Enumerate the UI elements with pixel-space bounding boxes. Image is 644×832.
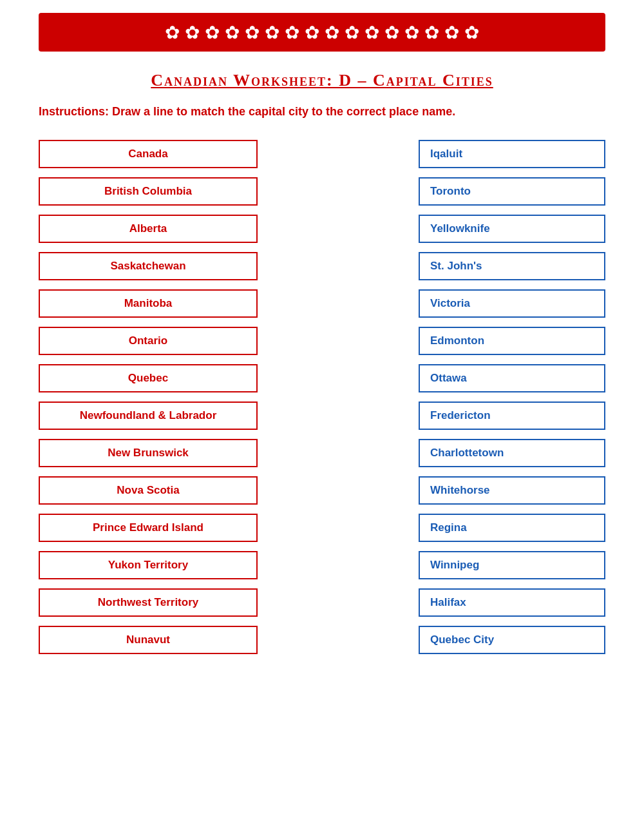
left-column: CanadaBritish ColumbiaAlbertaSaskatchewa… bbox=[39, 140, 258, 654]
maple-leaf-icon: ✿ bbox=[165, 22, 180, 43]
city-box-victoria[interactable]: Victoria bbox=[419, 289, 605, 318]
city-box-st-johns[interactable]: St. John's bbox=[419, 252, 605, 280]
city-box-yellowknife[interactable]: Yellowknife bbox=[419, 215, 605, 243]
city-box-ottawa[interactable]: Ottawa bbox=[419, 364, 605, 392]
place-box-new-brunswick[interactable]: New Brunswick bbox=[39, 439, 258, 467]
city-box-charlottetown[interactable]: Charlottetown bbox=[419, 439, 605, 467]
place-box-british-columbia[interactable]: British Columbia bbox=[39, 177, 258, 206]
maple-leaf-icon: ✿ bbox=[444, 22, 459, 43]
city-box-edmonton[interactable]: Edmonton bbox=[419, 327, 605, 355]
place-box-yukon[interactable]: Yukon Territory bbox=[39, 551, 258, 579]
maple-leaf-icon: ✿ bbox=[345, 22, 359, 43]
banner: ✿✿✿✿✿✿✿✿✿✿✿✿✿✿✿✿ bbox=[39, 13, 605, 52]
city-box-iqaluit[interactable]: Iqaluit bbox=[419, 140, 605, 168]
page-title: Canadian Worksheet: D – Capital Cities bbox=[39, 71, 605, 90]
city-box-winnipeg[interactable]: Winnipeg bbox=[419, 551, 605, 579]
place-box-nova-scotia[interactable]: Nova Scotia bbox=[39, 476, 258, 505]
city-box-quebec-city[interactable]: Quebec City bbox=[419, 626, 605, 654]
city-box-whitehorse[interactable]: Whitehorse bbox=[419, 476, 605, 505]
maple-leaf-icon: ✿ bbox=[185, 22, 200, 43]
maple-leaf-icon: ✿ bbox=[305, 22, 319, 43]
maple-leaf-icon: ✿ bbox=[404, 22, 419, 43]
place-box-pei[interactable]: Prince Edward Island bbox=[39, 514, 258, 542]
place-box-ontario[interactable]: Ontario bbox=[39, 327, 258, 355]
city-box-regina[interactable]: Regina bbox=[419, 514, 605, 542]
maple-leaf-icon: ✿ bbox=[245, 22, 260, 43]
maple-leaf-icon: ✿ bbox=[384, 22, 399, 43]
instructions: Instructions: Draw a line to match the c… bbox=[39, 103, 605, 121]
maple-leaf-icon: ✿ bbox=[424, 22, 439, 43]
place-box-northwest[interactable]: Northwest Territory bbox=[39, 588, 258, 617]
maple-leaf-icon: ✿ bbox=[265, 22, 279, 43]
maple-leaf-icon: ✿ bbox=[205, 22, 220, 43]
matching-area: CanadaBritish ColumbiaAlbertaSaskatchewa… bbox=[39, 140, 605, 654]
city-box-halifax[interactable]: Halifax bbox=[419, 588, 605, 617]
place-box-quebec[interactable]: Quebec bbox=[39, 364, 258, 392]
place-box-alberta[interactable]: Alberta bbox=[39, 215, 258, 243]
place-box-manitoba[interactable]: Manitoba bbox=[39, 289, 258, 318]
place-box-canada[interactable]: Canada bbox=[39, 140, 258, 168]
place-box-newfoundland[interactable]: Newfoundland & Labrador bbox=[39, 401, 258, 430]
right-column: IqaluitTorontoYellowknifeSt. John'sVicto… bbox=[419, 140, 605, 654]
city-box-toronto[interactable]: Toronto bbox=[419, 177, 605, 206]
maple-leaf-icon: ✿ bbox=[285, 22, 299, 43]
maple-leaf-icon: ✿ bbox=[365, 22, 379, 43]
maple-leaf-icon: ✿ bbox=[464, 22, 479, 43]
place-box-nunavut[interactable]: Nunavut bbox=[39, 626, 258, 654]
city-box-fredericton[interactable]: Fredericton bbox=[419, 401, 605, 430]
maple-leaf-icon: ✿ bbox=[325, 22, 339, 43]
maple-leaf-icon: ✿ bbox=[225, 22, 240, 43]
place-box-saskatchewan[interactable]: Saskatchewan bbox=[39, 252, 258, 280]
page: ✿✿✿✿✿✿✿✿✿✿✿✿✿✿✿✿ Canadian Worksheet: D –… bbox=[0, 0, 644, 832]
